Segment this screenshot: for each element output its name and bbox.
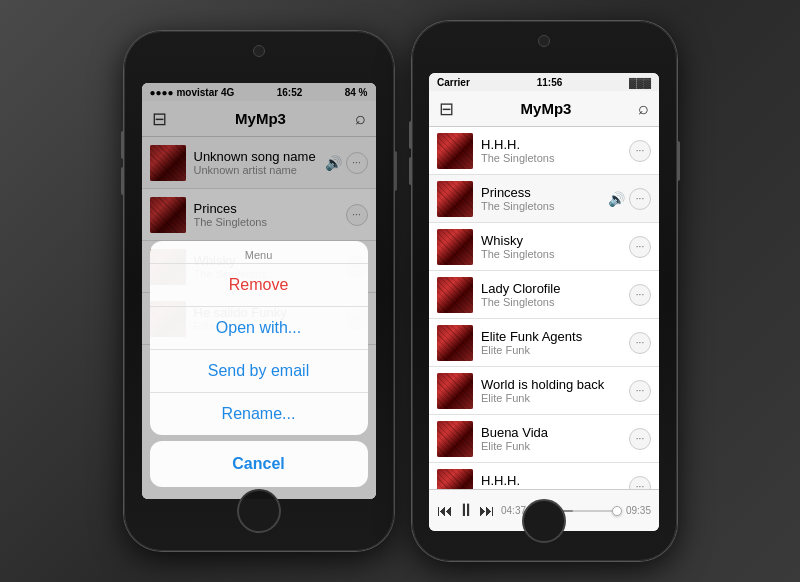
song-item-r6[interactable]: Buena Vida Elite Funk ··· xyxy=(429,415,659,463)
song-item-r4[interactable]: Elite Funk Agents Elite Funk ··· xyxy=(429,319,659,367)
song-artist-r6: Elite Funk xyxy=(481,440,629,452)
song-item-r1[interactable]: Princess The Singletons 🔊 ··· xyxy=(429,175,659,223)
song-info-r0: H.H.H. The Singletons xyxy=(481,137,629,164)
more-button-r2[interactable]: ··· xyxy=(629,236,651,258)
song-info-r6: Buena Vida Elite Funk xyxy=(481,425,629,452)
more-button-r1[interactable]: ··· xyxy=(629,188,651,210)
song-artist-r4: Elite Funk xyxy=(481,344,629,356)
song-name-r5: World is holding back xyxy=(481,377,629,392)
power-button[interactable] xyxy=(394,151,397,191)
song-artist-r0: The Singletons xyxy=(481,152,629,164)
song-name-r4: Elite Funk Agents xyxy=(481,329,629,344)
progress-thumb[interactable] xyxy=(612,506,622,516)
phone-right: Carrier 11:56 ▓▓▓ ⊟ MyMp3 ⌕ H.H.H. The S… xyxy=(412,21,677,561)
song-name-r3: Lady Clorofile xyxy=(481,281,629,296)
menu-box: Menu Remove Open with... Send by email R… xyxy=(150,241,368,435)
progress-bar[interactable] xyxy=(534,510,618,512)
phone-left: ●●●● movistar 4G 16:52 84 % ⊟ MyMp3 ⌕ Un… xyxy=(124,31,394,551)
song-info-r4: Elite Funk Agents Elite Funk xyxy=(481,329,629,356)
song-info-r1: Princess The Singletons xyxy=(481,185,608,212)
more-button-r6[interactable]: ··· xyxy=(629,428,651,450)
left-screen: ●●●● movistar 4G 16:52 84 % ⊟ MyMp3 ⌕ Un… xyxy=(142,83,376,499)
song-actions-r2: ··· xyxy=(629,236,651,258)
status-carrier-right: Carrier xyxy=(437,77,470,88)
total-time: 09:35 xyxy=(626,505,651,516)
song-thumb-r3 xyxy=(437,277,473,313)
vol-down-button-right[interactable] xyxy=(409,157,412,185)
song-artist-r5: Elite Funk xyxy=(481,392,629,404)
vol-up-button-right[interactable] xyxy=(409,121,412,149)
song-item-r0[interactable]: H.H.H. The Singletons ··· xyxy=(429,127,659,175)
current-time: 04:37 xyxy=(501,505,526,516)
status-battery-right: ▓▓▓ xyxy=(629,77,651,88)
status-time-right: 11:56 xyxy=(537,77,563,88)
song-name-r1: Princess xyxy=(481,185,608,200)
song-artist-r1: The Singletons xyxy=(481,200,608,212)
more-button-r0[interactable]: ··· xyxy=(629,140,651,162)
song-actions-r0: ··· xyxy=(629,140,651,162)
song-actions-r6: ··· xyxy=(629,428,651,450)
speaker-icon-r1: 🔊 xyxy=(608,191,625,207)
song-thumb-r5 xyxy=(437,373,473,409)
more-button-r3[interactable]: ··· xyxy=(629,284,651,306)
player-bar: ⏮ ⏸ ⏭ 04:37 09:35 xyxy=(429,489,659,531)
song-info-r5: World is holding back Elite Funk xyxy=(481,377,629,404)
song-thumb-r2 xyxy=(437,229,473,265)
song-name-r0: H.H.H. xyxy=(481,137,629,152)
menu-sheet: Menu Remove Open with... Send by email R… xyxy=(150,241,368,487)
more-button-r7[interactable]: ··· xyxy=(629,476,651,490)
song-info-r2: Whisky The Singletons xyxy=(481,233,629,260)
menu-cancel-button[interactable]: Cancel xyxy=(150,441,368,487)
song-list-right: H.H.H. The Singletons ··· Princess The S… xyxy=(429,127,659,489)
song-item-r5[interactable]: World is holding back Elite Funk ··· xyxy=(429,367,659,415)
song-info-r3: Lady Clorofile The Singletons xyxy=(481,281,629,308)
more-button-r4[interactable]: ··· xyxy=(629,332,651,354)
menu-item-send-email[interactable]: Send by email xyxy=(150,350,368,393)
song-artist-r7: The Singletons xyxy=(481,488,629,489)
song-artist-r2: The Singletons xyxy=(481,248,629,260)
song-name-r2: Whisky xyxy=(481,233,629,248)
power-button-right[interactable] xyxy=(677,141,680,181)
song-info-r7: H.H.H. The Singletons xyxy=(481,473,629,489)
song-actions-r3: ··· xyxy=(629,284,651,306)
nav-title-right: MyMp3 xyxy=(521,100,572,117)
song-thumb-r0 xyxy=(437,133,473,169)
nav-book-icon-right[interactable]: ⊟ xyxy=(439,98,454,120)
song-item-r2[interactable]: Whisky The Singletons ··· xyxy=(429,223,659,271)
rewind-button[interactable]: ⏮ xyxy=(437,502,453,520)
right-screen: Carrier 11:56 ▓▓▓ ⊟ MyMp3 ⌕ H.H.H. The S… xyxy=(429,73,659,531)
song-item-r3[interactable]: Lady Clorofile The Singletons ··· xyxy=(429,271,659,319)
pause-button[interactable]: ⏸ xyxy=(457,500,475,521)
song-actions-r5: ··· xyxy=(629,380,651,402)
vol-down-button[interactable] xyxy=(121,167,124,195)
song-artist-r3: The Singletons xyxy=(481,296,629,308)
song-thumb-r4 xyxy=(437,325,473,361)
song-thumb-r1 xyxy=(437,181,473,217)
status-bar-right: Carrier 11:56 ▓▓▓ xyxy=(429,73,659,91)
menu-title: Menu xyxy=(150,241,368,264)
song-name-r6: Buena Vida xyxy=(481,425,629,440)
song-actions-r1: 🔊 ··· xyxy=(608,188,651,210)
forward-button[interactable]: ⏭ xyxy=(479,502,495,520)
player-controls: ⏮ ⏸ ⏭ xyxy=(437,500,495,521)
song-actions-r7: ··· xyxy=(629,476,651,490)
menu-item-rename[interactable]: Rename... xyxy=(150,393,368,435)
menu-item-open-with[interactable]: Open with... xyxy=(150,307,368,350)
menu-item-remove[interactable]: Remove xyxy=(150,264,368,307)
song-item-r7[interactable]: H.H.H. The Singletons ··· xyxy=(429,463,659,489)
more-button-r5[interactable]: ··· xyxy=(629,380,651,402)
nav-search-icon-right[interactable]: ⌕ xyxy=(638,98,649,119)
progress-fill xyxy=(534,510,573,512)
song-name-r7: H.H.H. xyxy=(481,473,629,488)
context-menu-overlay[interactable]: Menu Remove Open with... Send by email R… xyxy=(142,83,376,499)
nav-bar-right: ⊟ MyMp3 ⌕ xyxy=(429,91,659,127)
song-thumb-r7 xyxy=(437,469,473,490)
song-thumb-r6 xyxy=(437,421,473,457)
song-actions-r4: ··· xyxy=(629,332,651,354)
vol-up-button[interactable] xyxy=(121,131,124,159)
